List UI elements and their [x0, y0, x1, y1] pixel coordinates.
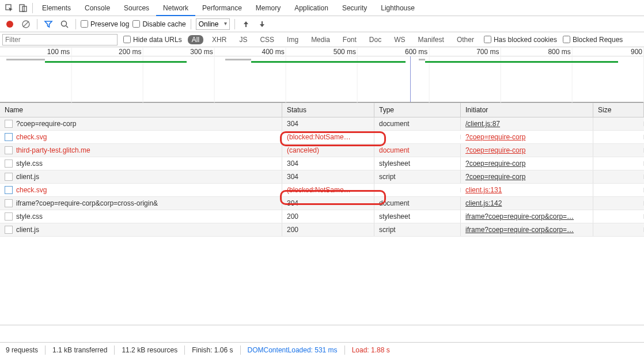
hide-data-urls-checkbox[interactable]: Hide data URLs — [123, 36, 182, 44]
image-icon — [5, 186, 13, 194]
timeline-overview[interactable]: 100 ms200 ms300 ms400 ms500 ms600 ms700 … — [0, 47, 644, 102]
table-row[interactable]: third-party-test.glitch.me(canceled)docu… — [0, 144, 644, 157]
request-type: document — [374, 197, 461, 210]
document-icon — [5, 226, 13, 234]
request-initiator[interactable]: ?coep=require-corp — [465, 173, 525, 181]
request-status: 304 — [282, 117, 374, 130]
request-name: third-party-test.glitch.me — [16, 146, 90, 154]
throttle-select[interactable]: Online — [196, 18, 230, 30]
request-type: document — [374, 144, 461, 157]
filter-type-ws[interactable]: WS — [390, 35, 409, 44]
table-row[interactable]: check.svg(blocked:NotSame…?coep=require-… — [0, 131, 644, 144]
download-icon[interactable] — [256, 18, 268, 31]
filter-type-doc[interactable]: Doc — [365, 35, 385, 44]
timeline-tick: 700 ms — [476, 48, 501, 56]
request-type: stylesheet — [374, 157, 461, 170]
request-status: (blocked:NotSame… — [282, 131, 374, 143]
table-row[interactable]: client.js304script?coep=require-corp — [0, 170, 644, 184]
request-name: client.js — [16, 226, 39, 234]
device-toggle-icon[interactable] — [16, 1, 30, 15]
blocked-requests-checkbox[interactable]: Blocked Reques — [563, 36, 623, 44]
preserve-log-checkbox[interactable]: Preserve log — [81, 20, 129, 28]
request-initiator[interactable]: ?coep=require-corp — [465, 146, 525, 154]
divider — [75, 19, 76, 29]
document-icon — [5, 159, 13, 168]
request-status: (canceled) — [282, 144, 374, 157]
filter-type-other[interactable]: Other — [453, 35, 478, 44]
col-size[interactable]: Size — [593, 103, 644, 117]
request-initiator[interactable]: ?coep=require-corp — [465, 159, 525, 168]
request-type: script — [374, 223, 461, 236]
request-initiator[interactable]: ?coep=require-corp — [465, 133, 525, 141]
record-icon[interactable] — [3, 18, 16, 31]
request-name: style.css — [16, 212, 43, 221]
tab-application[interactable]: Application — [287, 0, 335, 16]
filter-type-js[interactable]: JS — [235, 35, 251, 44]
request-initiator[interactable]: /client.js:87 — [465, 120, 500, 128]
timeline-tick: 100 ms — [47, 48, 71, 56]
table-row[interactable]: client.js200scriptiframe?coep=require-co… — [0, 223, 644, 237]
request-size — [593, 161, 644, 166]
disable-cache-checkbox[interactable]: Disable cache — [132, 20, 185, 28]
request-type: document — [374, 117, 461, 130]
clear-icon[interactable] — [20, 18, 32, 31]
tab-console[interactable]: Console — [78, 0, 117, 16]
table-row[interactable]: iframe?coep=require-corp&corp=cross-orig… — [0, 197, 644, 210]
inspect-icon[interactable] — [2, 1, 16, 15]
upload-icon[interactable] — [240, 18, 252, 31]
col-name[interactable]: Name — [0, 103, 282, 117]
request-status: 304 — [282, 197, 374, 210]
request-name: check.svg — [16, 133, 47, 141]
network-toolbar: Preserve log Disable cache Online — [0, 16, 644, 32]
request-type — [374, 135, 461, 139]
request-status: 200 — [282, 223, 374, 236]
filter-type-xhr[interactable]: XHR — [208, 35, 230, 44]
request-name: ?coep=require-corp — [16, 120, 76, 128]
divider — [37, 19, 37, 29]
request-size — [593, 121, 644, 126]
has-blocked-cookies-checkbox[interactable]: Has blocked cookies — [484, 36, 557, 44]
divider — [32, 3, 33, 13]
tab-elements[interactable]: Elements — [35, 0, 78, 16]
tab-lighthouse[interactable]: Lighthouse — [374, 0, 422, 16]
filter-icon[interactable] — [42, 18, 55, 31]
tab-memory[interactable]: Memory — [249, 0, 287, 16]
timeline-tick: 500 ms — [334, 48, 358, 56]
filter-type-img[interactable]: Img — [283, 35, 302, 44]
filter-type-media[interactable]: Media — [307, 35, 334, 44]
image-icon — [5, 133, 13, 141]
request-initiator[interactable]: iframe?coep=require-corp&corp=… — [465, 226, 574, 234]
tab-security[interactable]: Security — [335, 0, 374, 16]
col-status[interactable]: Status — [282, 103, 374, 117]
status-bar: 9 requests 1.1 kB transferred 11.2 kB re… — [0, 342, 644, 357]
document-icon — [5, 120, 13, 128]
search-icon[interactable] — [58, 18, 71, 31]
tab-sources[interactable]: Sources — [117, 0, 156, 16]
tab-network[interactable]: Network — [156, 0, 195, 16]
request-size — [593, 148, 644, 153]
tab-performance[interactable]: Performance — [195, 0, 249, 16]
table-row[interactable]: ?coep=require-corp304document/client.js:… — [0, 117, 644, 131]
status-resources: 11.2 kB resources — [122, 346, 177, 354]
request-initiator[interactable]: iframe?coep=require-corp&corp=… — [465, 212, 574, 221]
filter-type-font[interactable]: Font — [339, 35, 361, 44]
table-row[interactable]: style.css200stylesheetiframe?coep=requir… — [0, 210, 644, 223]
svg-point-3 — [6, 21, 13, 28]
filter-type-all[interactable]: All — [188, 35, 203, 44]
table-row[interactable]: style.css304stylesheet?coep=require-corp — [0, 157, 644, 170]
status-requests: 9 requests — [6, 346, 38, 354]
svg-line-7 — [66, 26, 68, 28]
request-status: 304 — [282, 170, 374, 183]
filter-type-css[interactable]: CSS — [256, 35, 278, 44]
col-initiator[interactable]: Initiator — [461, 103, 593, 117]
timeline-tick: 800 ms — [548, 48, 572, 56]
document-icon — [5, 146, 13, 154]
request-initiator[interactable]: client.js:142 — [465, 199, 502, 207]
filter-input[interactable] — [2, 34, 118, 45]
table-row[interactable]: check.svg(blocked:NotSame…client.js:131 — [0, 184, 644, 197]
timeline-tick: 600 ms — [405, 48, 429, 56]
filter-type-manifest[interactable]: Manifest — [414, 35, 448, 44]
svg-line-5 — [23, 21, 29, 27]
col-type[interactable]: Type — [374, 103, 461, 117]
request-initiator[interactable]: client.js:131 — [465, 186, 502, 194]
